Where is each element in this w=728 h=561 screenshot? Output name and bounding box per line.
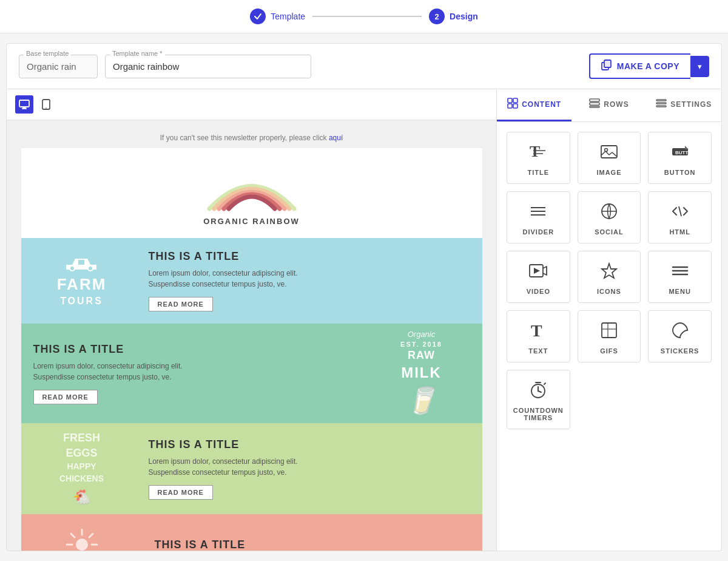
svg-rect-1 <box>604 60 611 67</box>
svg-point-6 <box>46 107 47 109</box>
template-name-label: Template name * <box>110 50 165 57</box>
icons-icon <box>599 261 619 283</box>
tab-rows-label: ROWS <box>604 100 629 109</box>
mobile-view-button[interactable] <box>37 95 55 114</box>
content-item-icons[interactable]: ICONS <box>578 251 641 303</box>
content-item-social[interactable]: SOCIAL <box>578 191 641 243</box>
content-item-image[interactable]: IMAGE <box>578 132 641 184</box>
svg-rect-26 <box>513 104 517 108</box>
text-item-label: TEXT <box>528 347 548 355</box>
content-item-countdown[interactable]: COUNTDOWNTIMERS <box>507 370 570 429</box>
tab-settings[interactable]: SETTINGS <box>647 89 721 121</box>
bottom-title: THIS IS A TITLE <box>155 539 470 551</box>
image-item-label: IMAGE <box>596 169 621 176</box>
rows-tab-icon <box>589 98 600 111</box>
eggs-content: THIS IS A TITLE Lorem ipsum dolor, conse… <box>143 426 482 512</box>
editor-area: If you can't see this newsletter properl… <box>7 89 721 551</box>
content-item-gifs[interactable]: GIFS <box>578 310 641 362</box>
eggs-image: FRESH EGGS HAPPY CHICKENS 🐔 <box>21 424 143 514</box>
title-item-label: TITLE <box>528 169 550 176</box>
gifs-item-label: GIFS <box>600 347 618 355</box>
svg-rect-24 <box>513 98 517 103</box>
content-item-menu[interactable]: MENU <box>648 251 712 303</box>
section-milk[interactable]: THIS IS A TITLE Lorem ipsum dolor, conse… <box>21 324 482 423</box>
tab-content[interactable]: CONTENT <box>497 89 571 121</box>
template-name-input[interactable] <box>105 55 311 78</box>
make-copy-button[interactable]: MAKE A COPY <box>589 53 690 79</box>
svg-rect-36 <box>601 146 617 158</box>
content-item-text[interactable]: T TEXT <box>507 310 570 362</box>
svg-text:T: T <box>530 143 540 160</box>
step2-label: Design <box>450 12 478 21</box>
divider-icon <box>528 202 548 223</box>
svg-rect-53 <box>602 323 616 338</box>
desktop-view-button[interactable] <box>15 95 33 114</box>
svg-rect-27 <box>590 99 599 101</box>
svg-rect-28 <box>590 103 599 105</box>
divider-item-label: DIVIDER <box>523 228 554 236</box>
menu-icon <box>670 261 690 283</box>
section-farm[interactable]: FARM TOURS THIS IS A TITLE Lorem ipsum d… <box>21 238 482 324</box>
svg-line-19 <box>71 534 75 537</box>
progress-bar: Template 2 Design <box>0 0 728 33</box>
make-copy-dropdown-button[interactable]: ▾ <box>690 56 709 77</box>
content-tab-icon <box>507 98 518 111</box>
eggs-read-more-button[interactable]: READ MORE <box>149 485 213 500</box>
base-template-label: Base template <box>24 50 71 57</box>
stickers-item-label: STICKERS <box>661 347 699 355</box>
brand-name: ORGANIC RAINBOW <box>203 217 300 226</box>
farm-body: Lorem ipsum dolor, consectetur adipiscin… <box>149 268 470 290</box>
eggs-title: THIS IS A TITLE <box>149 438 470 451</box>
preview-link[interactable]: aquí <box>329 134 343 142</box>
step1-circle <box>250 8 266 24</box>
farm-read-more-button[interactable]: READ MORE <box>149 297 213 311</box>
svg-text:BUTTON: BUTTON <box>675 150 690 155</box>
section-bottom[interactable]: THIS IS A TITLE <box>21 514 482 551</box>
rainbow-icon <box>203 160 300 212</box>
template-name-field: Template name * <box>105 55 311 78</box>
base-template-input[interactable] <box>19 55 98 78</box>
milk-body: Lorem ipsum dolor, consectetur adipiscin… <box>33 361 355 382</box>
progress-line <box>312 16 422 17</box>
rainbow-header: ORGANIC RAINBOW <box>21 148 482 238</box>
copy-icon <box>601 59 612 73</box>
mobile-icon <box>42 99 50 110</box>
gifs-icon <box>599 321 619 342</box>
button-item-label: BUTTON <box>664 169 696 176</box>
desktop-icon <box>19 99 30 110</box>
bottom-content: THIS IS A TITLE <box>143 526 482 551</box>
content-item-stickers[interactable]: STICKERS <box>648 310 712 362</box>
svg-line-60 <box>544 383 545 384</box>
svg-line-58 <box>538 391 541 392</box>
svg-rect-30 <box>656 100 666 101</box>
svg-line-21 <box>89 534 93 537</box>
section-eggs[interactable]: FRESH EGGS HAPPY CHICKENS 🐔 THIS IS A TI… <box>21 423 482 514</box>
content-item-video[interactable]: VIDEO <box>507 251 570 303</box>
svg-rect-25 <box>508 104 512 108</box>
menu-item-label: MENU <box>669 288 690 295</box>
panel-tabs: CONTENT ROWS SETTINGS <box>497 89 721 122</box>
content-grid: T TITLE IMAGE BUTTON BUTTON <box>497 122 721 439</box>
svg-line-45 <box>679 206 681 216</box>
step-design: 2 Design <box>429 8 478 24</box>
content-item-button[interactable]: BUTTON BUTTON <box>648 132 712 184</box>
tab-content-label: CONTENT <box>522 100 561 109</box>
sun-art <box>21 526 143 551</box>
svg-rect-23 <box>508 98 512 103</box>
template-bar: Base template Template name * MAKE A COP… <box>7 44 721 89</box>
farm-image: FARM TOURS <box>21 239 143 324</box>
content-item-html[interactable]: HTML <box>648 191 712 243</box>
canvas-panel: If you can't see this newsletter properl… <box>7 89 497 551</box>
svg-rect-2 <box>19 100 29 107</box>
svg-text:T: T <box>531 321 542 340</box>
svg-rect-13 <box>78 260 84 265</box>
svg-rect-32 <box>656 106 666 107</box>
base-template-field: Base template <box>19 55 98 78</box>
button-icon: BUTTON <box>670 142 690 164</box>
content-item-title[interactable]: T TITLE <box>507 132 570 184</box>
stickers-icon <box>670 321 690 342</box>
content-item-divider[interactable]: DIVIDER <box>507 191 570 243</box>
milk-read-more-button[interactable]: READ MORE <box>33 390 98 404</box>
farm-title: THIS IS A TITLE <box>149 250 470 263</box>
tab-rows[interactable]: ROWS <box>571 89 646 121</box>
